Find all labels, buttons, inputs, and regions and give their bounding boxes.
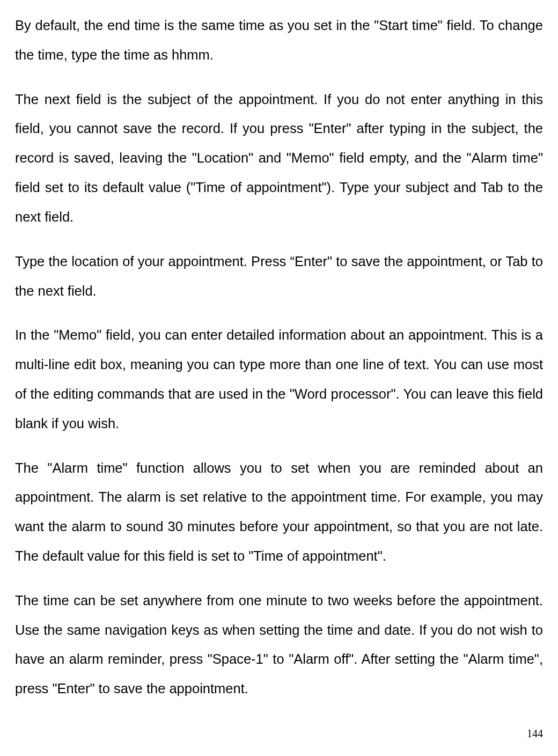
paragraph-6: The time can be set anywhere from one mi…	[15, 586, 543, 703]
paragraph-3: Type the location of your appointment. P…	[15, 247, 543, 306]
paragraph-5: The "Alarm time" function allows you to …	[15, 453, 543, 571]
paragraph-4: In the "Memo" field, you can enter detai…	[15, 320, 543, 438]
page-number: 144	[527, 728, 543, 740]
paragraph-2: The next field is the subject of the app…	[15, 85, 543, 232]
paragraph-1: By default, the end time is the same tim…	[15, 11, 543, 70]
